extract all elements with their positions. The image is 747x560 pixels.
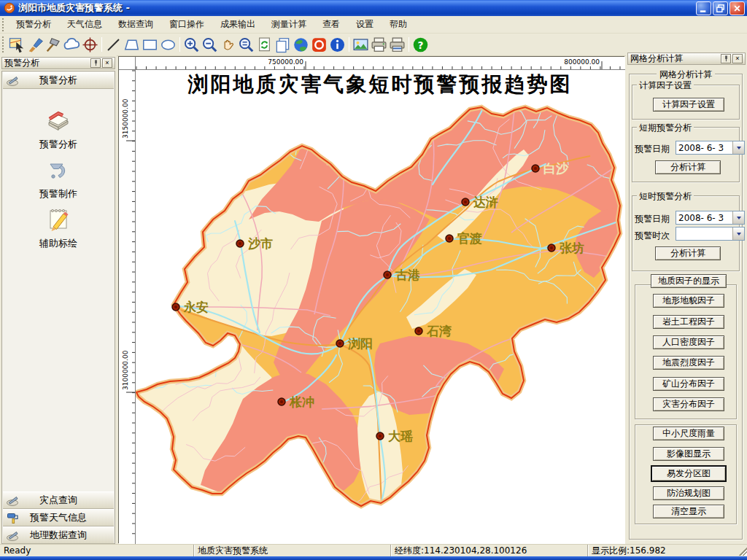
close-button[interactable] (729, 1, 745, 15)
display-button[interactable]: 影像图显示 (653, 447, 724, 461)
print-icon[interactable] (370, 36, 388, 54)
image-output-icon[interactable] (352, 36, 370, 54)
menu-item[interactable]: 设置 (348, 16, 382, 33)
copy-view-icon[interactable] (274, 36, 292, 54)
short-term-date-value: 2008- 6- 3 (676, 141, 732, 154)
globe-icon[interactable] (292, 36, 310, 54)
close-icon[interactable]: × (732, 54, 743, 63)
pan-hand-icon[interactable] (219, 36, 237, 54)
sidebar-tool-2[interactable]: 预警制作 (3, 155, 114, 201)
factor-button[interactable]: 矿山分布因子 (653, 377, 724, 391)
factor-setting-button[interactable]: 计算因子设置 (653, 98, 724, 112)
map-select-icon[interactable] (8, 36, 26, 54)
status-field: 地质灾害预警系统 (193, 545, 390, 556)
nowcast-date-combo[interactable]: 2008- 6- 3 (676, 211, 745, 225)
menu-grip[interactable] (1, 18, 5, 31)
city-label: 枨冲 (289, 394, 314, 409)
resize-grip[interactable] (737, 545, 747, 556)
crosshair-icon[interactable] (81, 36, 99, 54)
pin-icon[interactable] (721, 54, 731, 63)
book-icon (44, 105, 73, 134)
menu-item[interactable]: 数据查询 (110, 16, 161, 33)
refresh-view-icon[interactable] (255, 36, 274, 54)
sidebar-tool-label: 预警分析 (3, 138, 114, 151)
display-button[interactable]: 中小尺度雨量 (653, 427, 724, 440)
nowcast-time-combo[interactable] (676, 227, 745, 241)
print-setup-icon[interactable] (388, 36, 406, 54)
rectangle-tool-icon[interactable] (141, 36, 159, 54)
y-axis-label: 3100000.00 (122, 350, 129, 390)
hammer-icon[interactable] (44, 36, 63, 54)
info-icon[interactable] (328, 36, 347, 54)
short-term-group-label: 短期预警分析 (637, 122, 694, 134)
menu-item[interactable]: 窗口操作 (161, 16, 212, 33)
menu-item[interactable]: 查看 (314, 16, 348, 33)
sidebar-item-2[interactable]: 预警天气信息 (3, 509, 114, 526)
status-field: 经纬度:114.230104,28.100126 (390, 545, 587, 556)
line-tool-icon[interactable] (104, 36, 123, 54)
sidebar-item-3[interactable]: 地理数据查询 (3, 526, 114, 544)
vertical-ruler: 3150000.003100000.00 (119, 70, 136, 544)
short-term-date-combo[interactable]: 2008- 6- 3 (676, 141, 745, 155)
city-label: 大瑶 (388, 429, 413, 443)
window-bottom-border (0, 556, 747, 560)
hazard-map: 白沙达浒官渡张坊沙市古港永安石湾浏阳枨冲大瑶浏阳地质灾害气象短时预警预报趋势图 (136, 70, 625, 544)
chevron-down-icon[interactable] (732, 211, 744, 224)
menu-item[interactable]: 帮助 (382, 16, 415, 33)
gauge-icon (6, 74, 19, 87)
zoom-in-icon[interactable] (182, 36, 201, 54)
map-canvas[interactable]: 白沙达浒官渡张坊沙市古港永安石湾浏阳枨冲大瑶浏阳地质灾害气象短时预警预报趋势图 (136, 70, 625, 544)
toolbar-grip[interactable] (1, 36, 5, 53)
polygon-tool-icon[interactable] (123, 36, 141, 54)
display-button[interactable]: 清空显示 (653, 505, 724, 518)
factor-button[interactable]: 地形地貌因子 (653, 294, 724, 308)
map-title: 浏阳地质灾害气象短时预警预报趋势图 (187, 72, 573, 96)
roller-icon (6, 511, 19, 524)
svg-text:?: ? (418, 39, 424, 50)
sidebar-item-label: 预警天气信息 (19, 511, 98, 524)
stop-icon[interactable] (310, 36, 328, 54)
factor-setting-group-label: 计算因子设置 (637, 79, 694, 92)
close-icon[interactable]: × (102, 58, 112, 68)
left-panel-group-label: 预警分析 (19, 74, 98, 87)
sidebar-tool-3[interactable]: 辅助标绘 (3, 204, 114, 250)
help-icon[interactable]: ? (411, 36, 430, 54)
display-button[interactable]: 易发分区图 (651, 465, 727, 482)
brush-icon[interactable] (26, 36, 44, 54)
menu-item[interactable]: 测量计算 (263, 16, 314, 33)
pin-icon[interactable] (90, 58, 101, 68)
ruler-corner (119, 57, 136, 70)
short-term-analyze-button[interactable]: 分析计算 (655, 160, 721, 174)
factor-button[interactable]: 人口密度因子 (653, 335, 724, 349)
minimize-button[interactable] (696, 1, 711, 15)
menu-item[interactable]: 天气信息 (59, 16, 110, 33)
sidebar-item-1[interactable]: 灾点查询 (3, 491, 114, 509)
display-button[interactable]: 防治规划图 (653, 486, 724, 500)
left-panel-group-header[interactable]: 预警分析 (3, 72, 114, 89)
nowcast-analyze-button[interactable]: 分析计算 (655, 246, 721, 260)
toolbar-separator (409, 37, 409, 52)
zoom-extent-icon[interactable] (237, 36, 255, 54)
horizontal-ruler: 750000.00800000.00 (136, 57, 625, 70)
zoom-out-icon[interactable] (201, 36, 219, 54)
status-field: Ready (0, 545, 193, 556)
short-term-date-label: 预警日期 (635, 143, 670, 155)
city-label: 官渡 (457, 231, 482, 246)
cloud-icon[interactable] (63, 36, 81, 54)
restore-button[interactable] (713, 1, 728, 15)
factor-button[interactable]: 岩土工程因子 (653, 315, 724, 329)
map-document: 750000.00800000.00 3150000.003100000.00 … (118, 56, 624, 543)
sidebar-tool-1[interactable]: 预警分析 (3, 105, 114, 151)
menu-item[interactable]: 成果输出 (212, 16, 263, 33)
factor-button[interactable]: 地震烈度因子 (653, 356, 724, 370)
menu-item[interactable]: 预警分析 (8, 16, 59, 33)
status-field: 显示比例:156.982 (587, 545, 733, 556)
city-label: 浏阳 (347, 336, 373, 351)
factor-button[interactable]: 地质因子的显示 (651, 274, 727, 288)
factor-button[interactable]: 灾害分布因子 (653, 397, 724, 411)
ellipse-tool-icon[interactable] (159, 36, 177, 54)
chevron-down-icon[interactable] (732, 141, 744, 154)
chevron-down-icon[interactable] (732, 228, 744, 240)
left-panel-titlebar: 预警分析 × (1, 57, 115, 69)
title-bar[interactable]: 浏阳市地质灾害预警系统 - (0, 0, 747, 16)
